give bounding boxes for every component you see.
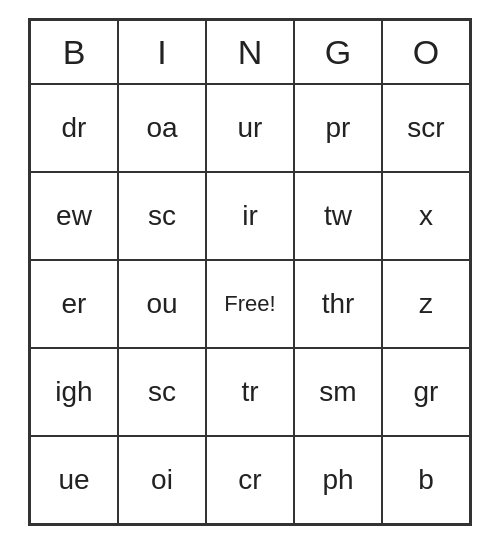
cell-r2-c2: sc [118,172,206,260]
cell-r4-c2: sc [118,348,206,436]
bingo-card: BINGO droaurprscrewscirtwxerouFree!thrzi… [28,18,472,526]
cell-r4-c1: igh [30,348,118,436]
bingo-row-5: ueoicrphb [30,436,470,524]
cell-r1-c2: oa [118,84,206,172]
cell-r3-c3: Free! [206,260,294,348]
cell-r4-c5: gr [382,348,470,436]
header-cell: N [206,20,294,84]
cell-r1-c1: dr [30,84,118,172]
cell-r3-c4: thr [294,260,382,348]
cell-r4-c3: tr [206,348,294,436]
bingo-row-4: ighsctrsmgr [30,348,470,436]
header-cell: I [118,20,206,84]
cell-r2-c4: tw [294,172,382,260]
cell-r3-c5: z [382,260,470,348]
header-row: BINGO [30,20,470,84]
cell-r5-c1: ue [30,436,118,524]
header-cell: O [382,20,470,84]
cell-r1-c5: scr [382,84,470,172]
cell-r1-c3: ur [206,84,294,172]
cell-r5-c3: cr [206,436,294,524]
bingo-row-2: ewscirtwx [30,172,470,260]
cell-r2-c1: ew [30,172,118,260]
cell-r5-c5: b [382,436,470,524]
cell-r3-c2: ou [118,260,206,348]
cell-r5-c4: ph [294,436,382,524]
cell-r2-c3: ir [206,172,294,260]
cell-r3-c1: er [30,260,118,348]
cell-r5-c2: oi [118,436,206,524]
header-cell: G [294,20,382,84]
bingo-row-3: erouFree!thrz [30,260,470,348]
bingo-row-1: droaurprscr [30,84,470,172]
cell-r2-c5: x [382,172,470,260]
header-cell: B [30,20,118,84]
cell-r1-c4: pr [294,84,382,172]
cell-r4-c4: sm [294,348,382,436]
